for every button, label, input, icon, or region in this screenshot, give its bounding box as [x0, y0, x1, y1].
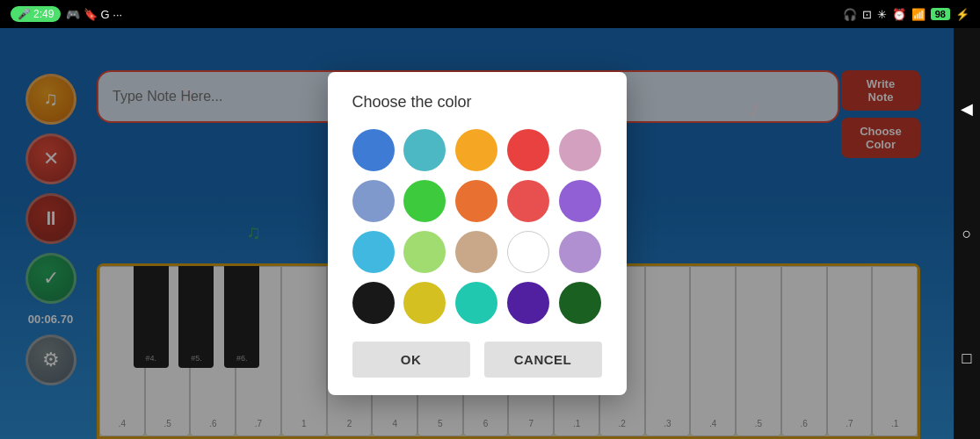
cast-icon: ⊡ [862, 8, 872, 21]
charging-icon: ⚡ [955, 8, 969, 21]
status-icons: 🎮 🔖 G ··· [66, 8, 122, 21]
color-circle[interactable] [455, 180, 497, 222]
back-icon[interactable]: ◀ [961, 99, 973, 119]
signal-icon: 📶 [911, 8, 926, 21]
color-grid [352, 129, 602, 324]
color-circle[interactable] [507, 282, 549, 324]
color-circle[interactable] [352, 180, 395, 222]
dialog-title: Choose the color [352, 93, 602, 112]
color-dialog: Choose the color OK CANCEL [328, 72, 627, 395]
status-time: 2:49 [33, 8, 54, 20]
color-circle[interactable] [403, 129, 446, 171]
headphone-icon: 🎧 [843, 8, 857, 21]
battery-indicator: 98 [931, 8, 950, 20]
mic-button[interactable]: 🎤 2:49 [11, 6, 61, 22]
color-circle[interactable] [352, 282, 395, 324]
color-circle[interactable] [352, 231, 395, 273]
color-circle[interactable] [455, 129, 497, 171]
color-circle[interactable] [559, 180, 601, 222]
right-nav: ◀ ○ □ [954, 28, 980, 439]
color-circle[interactable] [403, 231, 446, 273]
mic-icon: 🎤 [18, 8, 31, 20]
alarm-icon: ⏰ [892, 8, 906, 21]
status-bar: 🎤 2:49 🎮 🔖 G ··· 🎧 ⊡ ✳ ⏰ 📶 98 ⚡ [0, 0, 980, 28]
color-circle[interactable] [403, 180, 446, 222]
status-left: 🎤 2:49 🎮 🔖 G ··· [11, 6, 122, 22]
ok-button[interactable]: OK [352, 342, 470, 378]
color-circle[interactable] [455, 231, 497, 273]
circle-icon[interactable]: ○ [962, 225, 972, 243]
cancel-button[interactable]: CANCEL [484, 342, 602, 378]
bluetooth-icon: ✳ [877, 8, 887, 21]
color-circle[interactable] [559, 129, 601, 171]
color-circle[interactable] [559, 231, 601, 273]
color-circle[interactable] [559, 282, 601, 324]
square-icon[interactable]: □ [962, 349, 972, 368]
color-circle[interactable] [403, 282, 446, 324]
color-circle[interactable] [352, 129, 395, 171]
color-circle[interactable] [455, 282, 497, 324]
dialog-buttons: OK CANCEL [352, 342, 602, 378]
color-circle[interactable] [507, 231, 549, 273]
status-right: 🎧 ⊡ ✳ ⏰ 📶 98 ⚡ [843, 8, 969, 21]
color-circle[interactable] [507, 129, 549, 171]
color-circle[interactable] [507, 180, 549, 222]
modal-overlay: Choose the color OK CANCEL [0, 28, 954, 439]
